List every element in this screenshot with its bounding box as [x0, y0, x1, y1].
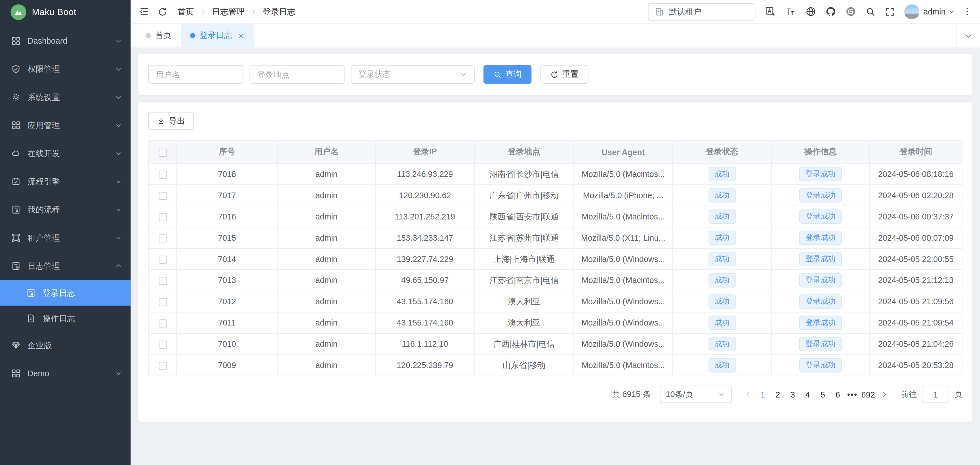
sidebar-item-enterprise[interactable]: 企业版 — [0, 331, 131, 359]
cell-ip: 43.155.174.160 — [375, 291, 474, 312]
row-checkbox[interactable] — [159, 235, 167, 243]
tab-login-log[interactable]: 登录日志 — [181, 24, 254, 48]
location-input[interactable] — [250, 65, 344, 84]
total-count: 共 6915 条 — [612, 389, 651, 400]
github-icon[interactable] — [826, 6, 836, 17]
app-logo: Maku Boot — [0, 0, 131, 24]
cell-ip: 113.246.93.229 — [375, 163, 474, 184]
pagination: 共 6915 条 10条/页 123456•••692 前往 — [148, 386, 963, 403]
cell-user-agent: Mozilla/5.0 (Windows... — [574, 312, 673, 333]
chevron-down-icon[interactable] — [948, 8, 955, 15]
row-checkbox[interactable] — [159, 362, 167, 370]
status-select[interactable]: 登录状态 — [351, 65, 475, 84]
row-checkbox[interactable] — [159, 213, 167, 221]
search-icon[interactable] — [865, 6, 875, 16]
breadcrumb: 首页 日志管理 登录日志 — [178, 6, 295, 17]
tab-bar: 首页 登录日志 — [131, 24, 980, 48]
close-icon[interactable] — [238, 32, 245, 39]
page-number[interactable]: 692 — [859, 390, 877, 399]
cell-checkbox — [148, 291, 177, 312]
status-badge: 成功 — [708, 252, 736, 266]
cell-ip: 120.225.239.79 — [375, 355, 474, 376]
sidebar-item-login-log[interactable]: 登录日志 — [0, 280, 131, 305]
font-size-icon[interactable] — [784, 6, 796, 16]
page-number[interactable]: 2 — [770, 390, 785, 399]
cell-time: 2024-05-06 08:18:16 — [870, 163, 962, 184]
page-number[interactable]: 4 — [800, 390, 815, 399]
chevron-down-icon — [115, 206, 122, 213]
select-all-checkbox[interactable] — [159, 149, 167, 157]
gitee-icon[interactable] — [845, 6, 856, 17]
cell-user-agent: Mozilla/5.0 (Windows... — [574, 291, 673, 312]
login-log-table: 序号 用户名 登录IP 登录地点 User Agent 登录状态 操作信息 登录… — [148, 140, 963, 376]
cell-location: 湖南省|长沙市|电信 — [474, 163, 574, 184]
row-checkbox[interactable] — [159, 277, 167, 285]
column-header-time: 登录时间 — [870, 140, 962, 163]
column-header-operation: 操作信息 — [772, 140, 870, 163]
avatar[interactable] — [904, 4, 919, 19]
tab-overflow-button[interactable] — [956, 24, 980, 48]
page-number[interactable]: 3 — [785, 390, 800, 399]
next-page-button[interactable] — [877, 391, 892, 398]
user-name[interactable]: admin — [924, 7, 946, 16]
chevron-up-icon — [115, 263, 122, 269]
column-header-location: 登录地点 — [474, 140, 574, 163]
row-checkbox[interactable] — [159, 341, 167, 349]
globe-icon[interactable] — [805, 6, 816, 17]
refresh-icon[interactable] — [158, 6, 167, 16]
row-checkbox[interactable] — [159, 319, 167, 327]
sidebar-item-online-dev[interactable]: 在线开发 — [0, 140, 131, 168]
fullscreen-icon[interactable] — [885, 6, 895, 16]
goto-page-input[interactable] — [922, 386, 949, 403]
sidebar-item-permissions[interactable]: 权限管理 — [0, 55, 131, 83]
sidebar-item-tenant-management[interactable]: 租户管理 — [0, 224, 131, 252]
cell-seq: 7016 — [177, 206, 277, 227]
sidebar-item-app-management[interactable]: 应用管理 — [0, 111, 131, 139]
gear-icon — [11, 92, 21, 102]
username-input[interactable] — [148, 65, 243, 84]
page-number[interactable]: ••• — [845, 390, 859, 399]
sidebar-item-operation-log[interactable]: 操作日志 — [0, 306, 131, 331]
chevron-down-icon — [964, 32, 973, 40]
export-button[interactable]: 导出 — [148, 112, 194, 130]
page-number[interactable]: 6 — [830, 390, 845, 399]
cell-username: admin — [277, 206, 375, 227]
row-checkbox[interactable] — [159, 171, 167, 179]
sidebar-item-log-management[interactable]: 日志管理 — [0, 252, 131, 280]
page-size-select[interactable]: 10条/页 — [660, 386, 732, 403]
tenant-select[interactable]: 默认租户 — [648, 3, 755, 21]
tab-home[interactable]: 首页 — [137, 24, 181, 48]
row-checkbox[interactable] — [159, 298, 167, 306]
reset-button[interactable]: 重置 — [540, 65, 589, 84]
column-header-seq: 序号 — [177, 140, 277, 163]
operation-badge: 登录成功 — [799, 337, 842, 351]
row-checkbox[interactable] — [159, 192, 167, 200]
sidebar-item-system-settings[interactable]: 系统设置 — [0, 83, 131, 111]
breadcrumb-home[interactable]: 首页 — [178, 6, 194, 17]
gem-icon — [11, 341, 21, 350]
row-checkbox[interactable] — [159, 256, 167, 264]
breadcrumb-section[interactable]: 日志管理 — [212, 6, 245, 17]
query-button[interactable]: 查询 — [484, 65, 532, 84]
sidebar-item-demo[interactable]: Demo — [0, 359, 131, 387]
translate-icon[interactable] — [765, 6, 775, 17]
cell-operation: 登录成功 — [772, 248, 870, 270]
chevron-right-icon — [199, 8, 206, 15]
sidebar: Maku Boot Dashboard 权限管理 系统设置 应用管理 — [0, 0, 131, 465]
sidebar-item-my-workflow[interactable]: 我的流程 — [0, 196, 131, 224]
operation-badge: 登录成功 — [799, 230, 842, 245]
cell-user-agent: Mozilla/5.0 (Macintos... — [574, 163, 673, 184]
chevron-down-icon — [460, 71, 467, 78]
page-number[interactable]: 1 — [755, 390, 770, 399]
cell-user-agent: Mozilla/5.0 (Macintos... — [574, 270, 673, 291]
prev-page-button[interactable] — [740, 391, 755, 398]
more-menu-icon[interactable] — [963, 7, 972, 16]
collapse-sidebar-icon[interactable] — [139, 6, 149, 17]
status-badge: 成功 — [708, 273, 736, 287]
sidebar-item-workflow-engine[interactable]: 流程引擎 — [0, 168, 131, 196]
status-badge: 成功 — [708, 358, 736, 373]
sidebar-item-dashboard[interactable]: Dashboard — [0, 27, 131, 55]
table-row: 7012 admin 43.155.174.160 澳大利亚 Mozilla/5… — [148, 291, 962, 312]
cell-ip: 139.227.74.229 — [375, 248, 474, 270]
page-number[interactable]: 5 — [815, 390, 830, 399]
